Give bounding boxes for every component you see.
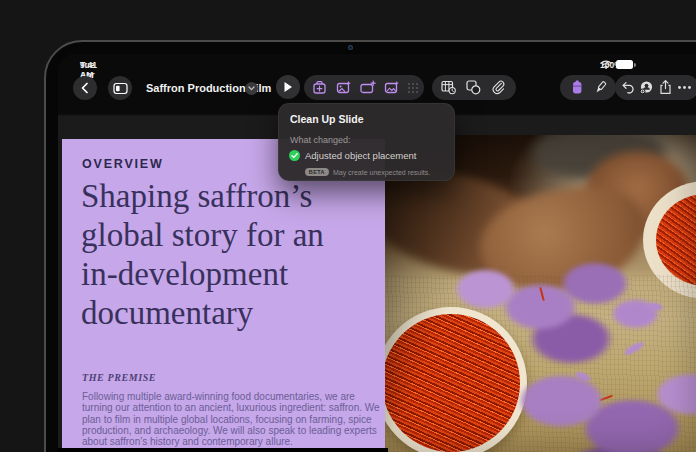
popup-change-row: Adjusted object placement xyxy=(289,150,416,161)
slide-eyebrow: OVERVIEW xyxy=(82,157,164,171)
popup-subtitle: What changed: xyxy=(290,135,351,145)
slide-add-icon[interactable] xyxy=(359,79,376,96)
slide-navigator-icon xyxy=(113,82,128,95)
title-menu-button[interactable] xyxy=(245,82,258,95)
headline-line: global story for an xyxy=(81,216,381,255)
slide-section-label: THE PREMISE xyxy=(82,372,156,383)
clean-up-slide-popup: Clean Up Slide What changed: Adjusted ob… xyxy=(278,103,455,181)
grip-icon[interactable] xyxy=(407,82,419,94)
draw-tools-group xyxy=(560,75,616,100)
play-button[interactable] xyxy=(276,75,300,99)
table-chart-icon[interactable] xyxy=(440,79,457,96)
popup-beta-row: BETA May create unexpected results. xyxy=(279,168,456,176)
back-button[interactable] xyxy=(73,76,97,100)
headline-line: documentary xyxy=(81,294,381,333)
more-icon[interactable] xyxy=(676,79,693,96)
front-camera xyxy=(348,45,353,50)
photo-vignette xyxy=(385,135,696,452)
popup-change-item: Adjusted object placement xyxy=(305,150,416,161)
status-bar-right: 100% xyxy=(600,60,633,69)
beta-badge: BETA xyxy=(305,168,329,176)
battery-icon xyxy=(616,60,633,69)
check-circle-icon xyxy=(289,150,300,161)
headline-line: Shaping saffron’s xyxy=(81,177,381,216)
media-sparkle-icon[interactable] xyxy=(383,79,400,96)
collaborate-icon[interactable] xyxy=(638,79,655,96)
title-chevron-icon xyxy=(248,86,255,91)
shapes-icon[interactable] xyxy=(465,79,482,96)
actions-group xyxy=(615,75,696,100)
pencil-case-icon[interactable] xyxy=(569,79,585,96)
marker-icon[interactable] xyxy=(592,79,609,96)
slide-photo-saffron[interactable] xyxy=(385,135,696,452)
cleanup-tool-icon[interactable] xyxy=(311,79,328,96)
back-icon xyxy=(80,82,90,94)
play-icon xyxy=(283,81,293,93)
undo-icon[interactable] xyxy=(619,79,636,96)
slide-navigator-button[interactable] xyxy=(108,76,132,100)
popup-disclaimer: May create unexpected results. xyxy=(333,169,430,176)
image-sparkle-icon[interactable] xyxy=(335,79,352,96)
popup-title: Clean Up Slide xyxy=(290,113,364,125)
slide-body-text: Following multiple award-winning food do… xyxy=(82,391,381,447)
screen-bottom-edge xyxy=(58,448,388,452)
attachment-icon[interactable] xyxy=(490,79,507,96)
headline-line: in-development xyxy=(81,255,381,294)
insert-tools-group xyxy=(432,75,516,100)
share-icon[interactable] xyxy=(657,79,674,96)
ai-tools-group xyxy=(304,75,424,100)
slide-text-panel[interactable]: OVERVIEW Shaping saffron’s global story … xyxy=(62,139,385,448)
photograph-backdrop: 9:41 AM Tue Apr 1 100% Saffron Productio… xyxy=(0,0,696,452)
slide-headline: Shaping saffron’s global story for an in… xyxy=(81,177,381,333)
